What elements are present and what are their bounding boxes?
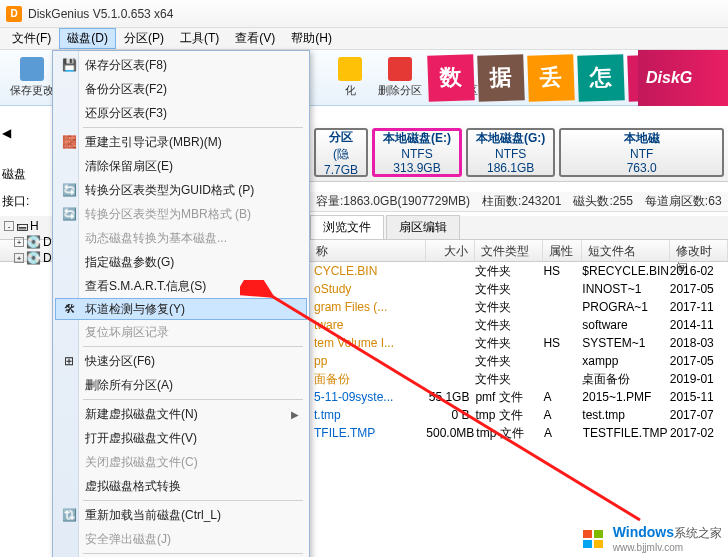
menu-item[interactable]: 新建虚拟磁盘文件(N)▶ (55, 402, 307, 426)
menu-item-icon (61, 158, 77, 174)
menu-item-label: 删除所有分区(A) (85, 377, 173, 394)
menu-item-icon: 🔄 (61, 182, 77, 198)
format-icon (338, 57, 362, 81)
toolbar-format[interactable]: 化 (328, 55, 372, 100)
menu-item-label: 保存分区表(F8) (85, 57, 167, 74)
partition-g[interactable]: 本地磁盘(G:) NTFS 186.1GB (466, 128, 555, 177)
menu-item[interactable]: 清除保留扇区(E) (55, 154, 307, 178)
menu-item[interactable]: 打开虚拟磁盘文件(V) (55, 426, 307, 450)
menu-partition[interactable]: 分区(P) (116, 28, 172, 49)
menu-item-icon (61, 478, 77, 494)
menu-item[interactable]: 🧱重建主引导记录(MBR)(M) (55, 130, 307, 154)
menu-item-icon (61, 278, 77, 294)
menu-item: 复位坏扇区记录 (55, 320, 307, 344)
file-row[interactable]: tem Volume I...文件夹HSSYSTEM~12018-03 (310, 334, 728, 352)
file-row[interactable]: tware文件夹software2014-11 (310, 316, 728, 334)
tab-sector[interactable]: 扇区编辑 (386, 215, 460, 239)
menu-item: 关闭虚拟磁盘文件(C) (55, 450, 307, 474)
menu-item-label: 重新加载当前磁盘(Ctrl_L) (85, 507, 221, 524)
brand-banner: DiskG (638, 50, 728, 106)
menu-item-icon (61, 230, 77, 246)
menu-item-icon: 🧱 (61, 134, 77, 150)
menu-tools[interactable]: 工具(T) (172, 28, 227, 49)
menu-item[interactable]: ⊞快速分区(F6) (55, 349, 307, 373)
file-row[interactable]: gram Files (...文件夹PROGRA~12017-11 (310, 298, 728, 316)
menu-item[interactable]: 🛠坏道检测与修复(Y) (55, 298, 307, 320)
menu-help[interactable]: 帮助(H) (283, 28, 340, 49)
submenu-arrow-icon: ▶ (291, 409, 299, 420)
scroll-left-icon[interactable]: ◀ (2, 126, 54, 140)
window-title: DiskGenius V5.1.0.653 x64 (28, 7, 173, 21)
tree-root[interactable]: -🖴 H (4, 218, 56, 234)
file-row[interactable]: TFILE.TMP500.0MBtmp 文件ATESTFILE.TMP2017-… (310, 424, 728, 442)
disk-menu: 💾保存分区表(F8)备份分区表(F2)还原分区表(F3)🧱重建主引导记录(MBR… (52, 50, 310, 557)
svg-rect-1 (583, 530, 592, 538)
menu-item[interactable]: 还原分区表(F3) (55, 101, 307, 125)
banner: 数 据 丢 怎 么 办！ DiskG (426, 50, 728, 106)
left-gutter: ◀ 磁盘 接口: (0, 106, 56, 216)
menu-item: 安全弹出磁盘(J) (55, 527, 307, 551)
menu-item: 动态磁盘转换为基本磁盘... (55, 226, 307, 250)
menu-item-icon (61, 430, 77, 446)
file-row[interactable]: CYCLE.BIN文件夹HS$RECYCLE.BIN2016-02 (310, 262, 728, 280)
tree-d2[interactable]: +💽 D (4, 250, 56, 266)
menu-item[interactable]: 💾保存分区表(F8) (55, 53, 307, 77)
menu-item[interactable]: 查看S.M.A.R.T.信息(S) (55, 274, 307, 298)
menu-item-label: 转换分区表类型为MBR格式 (B) (85, 206, 251, 223)
menu-item-label: 清除保留扇区(E) (85, 158, 173, 175)
save-icon (20, 57, 44, 81)
svg-rect-2 (594, 530, 603, 538)
menu-item-label: 查看S.M.A.R.T.信息(S) (85, 278, 206, 295)
col-time[interactable]: 修改时间 (670, 240, 728, 261)
menu-item[interactable]: 虚拟磁盘格式转换 (55, 474, 307, 498)
menu-item-label: 还原分区表(F3) (85, 105, 167, 122)
partition-e[interactable]: 本地磁盘(E:) NTFS 313.9GB (372, 128, 462, 177)
menu-item-icon: 🛠 (62, 301, 78, 317)
menu-item-label: 复位坏扇区记录 (85, 324, 169, 341)
menu-item[interactable]: 删除所有分区(A) (55, 373, 307, 397)
menu-item-icon: 🔃 (61, 507, 77, 523)
menu-item-label: 快速分区(F6) (85, 353, 155, 370)
col-size[interactable]: 大小 (426, 240, 475, 261)
col-short[interactable]: 短文件名 (582, 240, 669, 261)
menu-file[interactable]: 文件(F) (4, 28, 59, 49)
file-row[interactable]: oStudy文件夹INNOST~12017-05 (310, 280, 728, 298)
menu-item[interactable]: 🔃重新加载当前磁盘(Ctrl_L) (55, 503, 307, 527)
file-row[interactable]: 面备份文件夹桌面备份2019-01 (310, 370, 728, 388)
menu-item-icon (61, 324, 77, 340)
watermark: Windows系统之家 www.bjjmlv.com (579, 524, 722, 553)
partition-last[interactable]: 本地磁 NTF 763.0 (559, 128, 724, 177)
menu-item-label: 动态磁盘转换为基本磁盘... (85, 230, 227, 247)
menu-item-icon (61, 81, 77, 97)
partition-bar: 分区 (隐 7.7GB 本地磁盘(E:) NTFS 313.9GB 本地磁盘(G… (310, 124, 728, 182)
tab-browse[interactable]: 浏览文件 (310, 215, 384, 239)
col-attr[interactable]: 属性 (543, 240, 582, 261)
menu-item-icon (61, 531, 77, 547)
file-list: CYCLE.BIN文件夹HS$RECYCLE.BIN2016-02oStudy文… (310, 262, 728, 557)
file-row[interactable]: 5-11-09syste...55.1GBpmf 文件A2015~1.PMF20… (310, 388, 728, 406)
titlebar: D DiskGenius V5.1.0.653 x64 (0, 0, 728, 28)
menu-item-label: 安全弹出磁盘(J) (85, 531, 171, 548)
menu-item[interactable]: 🔄转换分区表类型为GUID格式 (P) (55, 178, 307, 202)
menu-item-icon (61, 406, 77, 422)
file-row[interactable]: t.tmp0 Btmp 文件Atest.tmp2017-07 (310, 406, 728, 424)
menu-item-icon: 💾 (61, 57, 77, 73)
menu-view[interactable]: 查看(V) (227, 28, 283, 49)
file-row[interactable]: pp文件夹xampp2017-05 (310, 352, 728, 370)
tree-d1[interactable]: +💽 D (4, 234, 56, 250)
disk-info: 容量:1863.0GB(1907729MB) 柱面数:243201 磁头数:25… (310, 192, 728, 212)
col-type[interactable]: 文件类型 (475, 240, 543, 261)
partition-hidden[interactable]: 分区 (隐 7.7GB (314, 128, 368, 177)
menu-item-label: 新建虚拟磁盘文件(N) (85, 406, 198, 423)
menubar: 文件(F) 磁盘(D) 分区(P) 工具(T) 查看(V) 帮助(H) (0, 28, 728, 50)
windows-logo-icon (579, 527, 607, 551)
menu-item-label: 备份分区表(F2) (85, 81, 167, 98)
menu-item: 🔄转换分区表类型为MBR格式 (B) (55, 202, 307, 226)
menu-disk[interactable]: 磁盘(D) (59, 28, 116, 49)
tree: -🖴 H +💽 D +💽 D (4, 218, 56, 266)
menu-item[interactable]: 备份分区表(F2) (55, 77, 307, 101)
menu-item-label: 关闭虚拟磁盘文件(C) (85, 454, 198, 471)
menu-item[interactable]: 指定磁盘参数(G) (55, 250, 307, 274)
col-name[interactable]: 称 (310, 240, 426, 261)
toolbar-delete-partition[interactable]: 删除分区 (372, 55, 428, 100)
